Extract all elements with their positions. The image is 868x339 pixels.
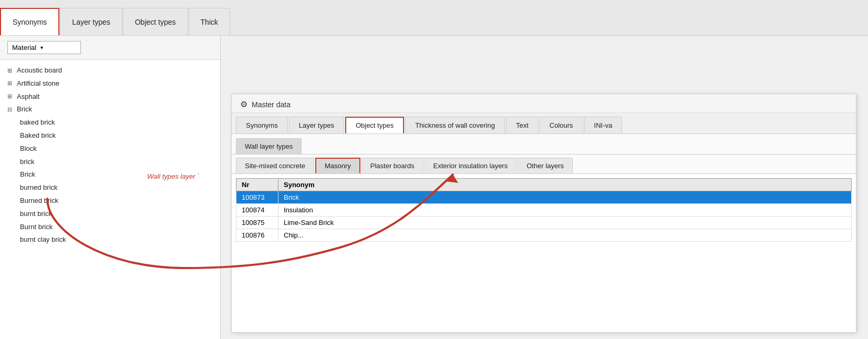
tab-exterior-insulation-layers[interactable]: Exterior insulation layers: [425, 158, 517, 173]
tab-colours-master[interactable]: Colours: [540, 117, 583, 133]
data-table: Nr Synonym 100873 Brick 100874 Insulatio…: [236, 178, 852, 242]
tree-item-label: baked brick: [20, 117, 55, 128]
tab-layer-types-master[interactable]: Layer types: [289, 117, 344, 133]
tree-item-asphalt[interactable]: ⊞ Asphalt: [0, 90, 220, 104]
tree-item-label: burned brick: [20, 182, 58, 193]
tree-item-burnt-clay-brick[interactable]: burnt clay brick: [0, 233, 220, 246]
tree-item-acoustic-board[interactable]: ⊞ Acoustic board: [0, 64, 220, 77]
cell-nr: 100873: [236, 191, 278, 204]
dropdown-arrow-icon: ▾: [40, 45, 43, 50]
tab-synonyms-master[interactable]: Synonyms: [236, 117, 288, 133]
objtype-tabs: Site-mixed concrete Masonry Plaster boar…: [232, 155, 856, 174]
data-table-wrapper: Nr Synonym 100873 Brick 100874 Insulatio…: [232, 174, 856, 317]
tab-thickness-master[interactable]: Thickness of wall covering: [405, 117, 505, 133]
secondary-tabs: Wall layer types: [232, 134, 856, 155]
tree-item-label: burnt clay brick: [20, 234, 66, 245]
tree-item-artificial-stone[interactable]: ⊞ Artificial stone: [0, 77, 220, 90]
tab-plaster-boards[interactable]: Plaster boards: [361, 158, 423, 173]
tab-layer-types-top[interactable]: Layer types: [60, 8, 122, 35]
tree-item-burnt-brick-lower[interactable]: burnt brick: [0, 208, 220, 221]
table-row[interactable]: 100874 Insulation: [236, 204, 852, 217]
tab-object-types-top[interactable]: Object types: [123, 8, 188, 35]
gear-icon: ⚙: [240, 99, 247, 109]
tree-item-label: Burned brick: [20, 196, 58, 207]
tab-ini-va-master[interactable]: INI-va: [584, 117, 623, 133]
tree-item-label: brick: [20, 157, 34, 168]
master-panel-title: Master data: [252, 100, 291, 109]
tab-site-mixed-concrete[interactable]: Site-mixed concrete: [236, 158, 314, 173]
tree-item-brick-cap[interactable]: Brick: [0, 168, 220, 181]
cell-nr: 100874: [236, 204, 278, 217]
material-dropdown[interactable]: Material ▾: [7, 41, 81, 54]
tree-item-label: Block: [20, 143, 37, 155]
tab-other-layers[interactable]: Other layers: [518, 158, 573, 173]
tree-item-brick-lower[interactable]: brick: [0, 156, 220, 169]
material-label: Material: [12, 44, 36, 52]
cell-synonym: Brick: [278, 191, 852, 204]
col-header-synonym: Synonym: [278, 179, 852, 191]
expand-icon: ⊞: [7, 66, 15, 76]
expand-icon: ⊟: [7, 105, 15, 115]
cell-synonym: Lime-Sand Brick: [278, 217, 852, 229]
cell-nr: 100876: [236, 229, 278, 242]
tree-item-label: Burnt brick: [20, 222, 53, 233]
tab-masonry[interactable]: Masonry: [315, 158, 360, 173]
tree-item-label: Artificial stone: [17, 78, 59, 89]
tree-item-burnt-brick-cap[interactable]: Burnt brick: [0, 221, 220, 234]
tab-thick-top[interactable]: Thick: [189, 8, 230, 35]
tree-item-label: Brick: [17, 104, 32, 115]
table-row[interactable]: 100875 Lime-Sand Brick: [236, 217, 852, 229]
master-tabs: Synonyms Layer types Object types Thickn…: [232, 113, 856, 134]
tree-item-burned-brick-cap[interactable]: Burned brick: [0, 194, 220, 208]
col-header-nr: Nr: [236, 179, 278, 191]
tree-item-baked-brick[interactable]: baked brick: [0, 116, 220, 129]
cell-synonym: Chip...: [278, 229, 852, 242]
tree-item-label: Acoustic board: [17, 65, 62, 76]
tree-item-baked-brick-cap[interactable]: Baked brick: [0, 129, 220, 142]
tree-item-label: Asphalt: [17, 91, 39, 102]
tree-item-brick[interactable]: ⊟ Brick: [0, 103, 220, 116]
table-row[interactable]: 100876 Chip...: [236, 229, 852, 242]
cell-nr: 100875: [236, 217, 278, 229]
top-tabbar: Synonyms Layer types Object types Thick: [0, 0, 868, 36]
tree-item-label: burnt brick: [20, 209, 52, 220]
master-panel: ⚙ Master data Synonyms Layer types Objec…: [231, 94, 856, 333]
tree-list: ⊞ Acoustic board ⊞ Artificial stone ⊞ As…: [0, 60, 220, 337]
left-panel: Material ▾ ⊞ Acoustic board ⊞ Artificial…: [0, 36, 221, 339]
tab-wall-layer-types[interactable]: Wall layer types: [236, 138, 302, 154]
cell-synonym: Insulation: [278, 204, 852, 217]
material-dropdown-row: Material ▾: [0, 36, 220, 60]
tab-object-types-master[interactable]: Object types: [345, 117, 404, 133]
expand-icon: ⊞: [7, 79, 15, 88]
tree-item-burned-brick-lower[interactable]: burned brick: [0, 181, 220, 194]
tab-synonyms-top[interactable]: Synonyms: [0, 8, 59, 35]
tree-item-block[interactable]: Block: [0, 142, 220, 156]
tree-item-label: Baked brick: [20, 130, 56, 141]
tree-item-label: Brick: [20, 169, 35, 180]
tab-text-master[interactable]: Text: [506, 117, 539, 133]
expand-icon: ⊞: [7, 92, 15, 101]
table-row[interactable]: 100873 Brick: [236, 191, 852, 204]
master-panel-header: ⚙ Master data: [232, 94, 856, 113]
